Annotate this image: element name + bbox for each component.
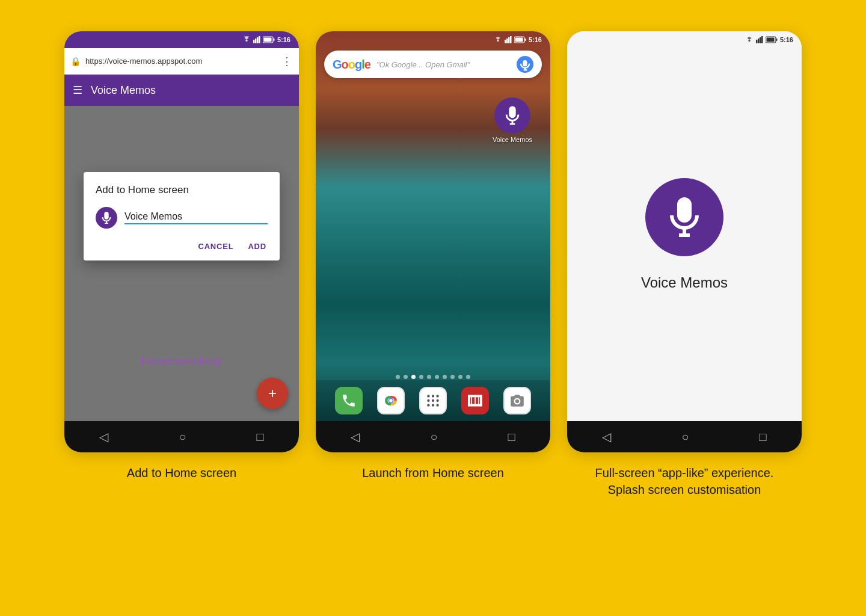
home-app-icon[interactable]: Voice Memos	[493, 97, 532, 143]
caption1: Add to Home screen	[127, 464, 236, 481]
recent-nav-icon[interactable]: □	[256, 430, 263, 444]
svg-point-25	[432, 399, 434, 402]
dot-3	[419, 375, 423, 379]
dot-9	[466, 375, 470, 379]
dialog-buttons: CANCEL ADD	[96, 239, 268, 253]
record-text: Record something!	[141, 356, 222, 367]
dialog-name-input[interactable]	[124, 211, 268, 224]
battery-icon-3	[766, 36, 778, 43]
phones-row: 5:16 🔒 https://voice-memos.appspot.com ⋮…	[0, 0, 866, 498]
dot-1	[404, 375, 408, 379]
apps-icon	[425, 393, 441, 408]
status-icons-3: 5:16	[745, 36, 793, 43]
dot-6	[443, 375, 447, 379]
svg-rect-10	[510, 36, 512, 43]
svg-rect-12	[524, 38, 526, 41]
caption3: Full-screen “app-like” experience. Splas…	[595, 464, 774, 498]
home-nav-icon[interactable]: ○	[179, 430, 186, 444]
chrome-url-bar[interactable]: 🔒 https://voice-memos.appspot.com ⋮	[64, 48, 299, 75]
status-icons-1: 5:16	[242, 36, 290, 43]
phone2-wrapper: 5:16 Google "Ok Google... Open Gmail"	[316, 31, 550, 481]
dock-camera-icon[interactable]	[503, 387, 531, 414]
app-toolbar-title: Voice Memos	[91, 84, 156, 97]
status-time-2: 5:16	[529, 36, 542, 43]
svg-rect-3	[259, 36, 260, 43]
phone2: 5:16 Google "Ok Google... Open Gmail"	[316, 31, 550, 452]
svg-point-20	[389, 399, 393, 402]
wifi-icon-3	[745, 36, 754, 43]
status-time-3: 5:16	[780, 36, 793, 43]
hamburger-icon[interactable]: ☰	[73, 84, 82, 97]
dot-0	[396, 375, 400, 379]
camera-icon	[509, 393, 525, 408]
status-bar-1: 5:16	[64, 31, 299, 48]
dialog-title: Add to Home screen	[96, 184, 268, 196]
add-button[interactable]: ADD	[247, 239, 268, 253]
fab-button[interactable]: +	[257, 378, 288, 409]
chrome-menu-dots[interactable]: ⋮	[281, 55, 293, 68]
url-text[interactable]: https://voice-memos.appspot.com	[85, 57, 277, 66]
back-nav-icon-3[interactable]: ◁	[602, 430, 611, 444]
dialog-mic-icon	[96, 207, 117, 229]
phone3-wrapper: 5:16 Voice Memos ◁ ○ □ Full-screen “app-…	[567, 31, 802, 498]
google-mic-icon[interactable]	[517, 56, 533, 73]
video-icon	[467, 392, 484, 409]
svg-point-23	[436, 395, 438, 397]
google-prompt: "Ok Google... Open Gmail"	[376, 60, 511, 69]
home-app-icon-label: Voice Memos	[493, 136, 532, 143]
svg-rect-0	[253, 40, 255, 43]
dot-4	[427, 375, 431, 379]
nav-bar-1: ◁ ○ □	[64, 421, 299, 452]
back-nav-icon-2[interactable]: ◁	[351, 430, 360, 444]
svg-point-28	[432, 404, 434, 406]
caption2: Launch from Home screen	[362, 464, 504, 481]
svg-rect-45	[766, 38, 774, 42]
splash-mic-icon	[663, 196, 706, 239]
dock-apps-icon[interactable]	[419, 387, 447, 414]
wallpaper	[316, 31, 550, 421]
mic-icon-home	[502, 105, 523, 126]
phone1-wrapper: 5:16 🔒 https://voice-memos.appspot.com ⋮…	[64, 31, 299, 481]
recent-nav-icon-3[interactable]: □	[759, 430, 766, 444]
recent-nav-icon-2[interactable]: □	[508, 430, 515, 444]
lock-icon: 🔒	[70, 57, 81, 66]
phone-icon	[341, 393, 357, 408]
svg-rect-40	[758, 38, 760, 43]
home-app-icon-circle	[494, 97, 530, 134]
status-time-1: 5:16	[277, 36, 290, 43]
svg-rect-6	[263, 38, 271, 42]
nav-bar-3: ◁ ○ □	[567, 421, 802, 452]
google-logo: Google	[333, 58, 370, 72]
wifi-icon	[242, 36, 251, 43]
phone2-bg: 5:16 Google "Ok Google... Open Gmail"	[316, 31, 550, 421]
svg-point-22	[432, 395, 434, 397]
app-toolbar: ☰ Voice Memos	[64, 75, 299, 106]
svg-rect-8	[506, 38, 508, 43]
dot-8	[458, 375, 462, 379]
splash-app-name: Voice Memos	[641, 274, 728, 291]
google-search-bar[interactable]: Google "Ok Google... Open Gmail"	[324, 51, 542, 78]
phone3: 5:16 Voice Memos ◁ ○ □	[567, 31, 802, 452]
dock-phone-icon[interactable]	[335, 387, 363, 414]
dot-2	[411, 375, 416, 379]
chrome-icon	[382, 392, 399, 409]
svg-rect-1	[255, 38, 257, 43]
splash-mic-circle	[645, 178, 723, 256]
home-nav-icon-3[interactable]: ○	[681, 430, 689, 444]
wifi-icon-2	[494, 36, 502, 43]
mic-icon-small	[100, 211, 113, 224]
svg-point-24	[427, 399, 429, 402]
svg-point-29	[436, 404, 438, 406]
cancel-button[interactable]: CANCEL	[197, 239, 235, 253]
back-nav-icon[interactable]: ◁	[99, 430, 108, 444]
add-to-home-dialog: Add to Home screen CANCEL ADD	[84, 172, 280, 260]
home-nav-icon-2[interactable]: ○	[430, 430, 437, 444]
battery-icon	[263, 36, 275, 43]
svg-point-26	[436, 399, 438, 402]
phone1: 5:16 🔒 https://voice-memos.appspot.com ⋮…	[64, 31, 299, 452]
svg-rect-42	[761, 36, 763, 43]
nav-bar-2: ◁ ○ □	[316, 421, 550, 452]
dock-chrome-icon[interactable]	[377, 387, 405, 414]
dot-5	[435, 375, 439, 379]
dock-video-icon[interactable]	[461, 387, 489, 414]
